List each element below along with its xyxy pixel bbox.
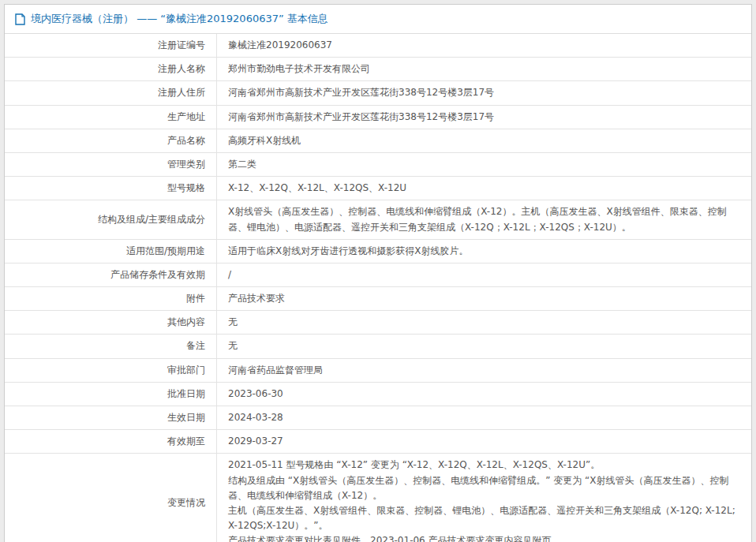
row-value: 2023-06-30	[217, 382, 752, 406]
row-value: 2024-03-28	[217, 406, 752, 430]
row-value: 高频牙科X射线机	[217, 129, 752, 152]
table-row: 管理类别第二类	[5, 152, 751, 176]
registration-info-panel: 境内医疗器械（注册） —— “豫械注准20192060637” 基本信息 注册证…	[4, 4, 752, 542]
row-label: 注册人住所	[5, 81, 217, 105]
table-row: 型号规格X-12、X-12Q、X-12L、X-12QS、X-12U	[5, 177, 751, 200]
row-value: 2029-03-27	[217, 430, 752, 454]
row-value: 郑州市勤劲电子技术开发有限公司	[217, 58, 752, 81]
row-label: 结构及组成/主要组成成分	[5, 200, 217, 239]
row-label: 型号规格	[5, 177, 217, 200]
table-row: 注册人名称郑州市勤劲电子技术开发有限公司	[5, 58, 751, 81]
row-label: 管理类别	[5, 152, 217, 176]
page: 境内医疗器械（注册） —— “豫械注准20192060637” 基本信息 注册证…	[0, 0, 756, 542]
table-row: 产品名称高频牙科X射线机	[5, 129, 751, 152]
table-row: 适用范围/预期用途适用于临床X射线对牙齿进行透视和摄影获得X射线胶片。	[5, 239, 751, 263]
document-icon	[15, 13, 25, 25]
row-value: /	[217, 263, 752, 286]
row-label: 审批部门	[5, 358, 217, 382]
row-value: X射线管头（高压发生器）、控制器、电缆线和伸缩臂组成（X-12）。主机（高压发生…	[217, 200, 752, 239]
row-value: 无	[217, 335, 752, 358]
row-value: 豫械注准20192060637	[217, 34, 752, 58]
table-row: 变更情况2021-05-11 型号规格由 “X-12” 变更为 “X-12、X-…	[5, 454, 751, 542]
panel-header: 境内医疗器械（注册） —— “豫械注准20192060637” 基本信息	[5, 5, 751, 34]
page-title: 境内医疗器械（注册） —— “豫械注准20192060637” 基本信息	[31, 12, 328, 26]
table-row: 注册人住所河南省郑州市高新技术产业开发区莲花街338号12号楼3层17号	[5, 81, 751, 105]
row-value: 产品技术要求	[217, 287, 752, 311]
row-label: 适用范围/预期用途	[5, 239, 217, 263]
row-label: 批准日期	[5, 382, 217, 406]
row-label: 注册证编号	[5, 34, 217, 58]
table-row: 批准日期2023-06-30	[5, 382, 751, 406]
info-table-body: 注册证编号豫械注准20192060637注册人名称郑州市勤劲电子技术开发有限公司…	[5, 34, 751, 542]
table-row: 附件产品技术要求	[5, 287, 751, 311]
table-row: 审批部门河南省药品监督管理局	[5, 358, 751, 382]
row-label: 变更情况	[5, 454, 217, 542]
table-row: 有效期至2029-03-27	[5, 430, 751, 454]
table-row: 其他内容无	[5, 311, 751, 335]
row-label: 备注	[5, 335, 217, 358]
table-row: 生效日期2024-03-28	[5, 406, 751, 430]
row-label: 产品储存条件及有效期	[5, 263, 217, 286]
row-label: 其他内容	[5, 311, 217, 335]
row-label: 附件	[5, 287, 217, 311]
table-row: 产品储存条件及有效期/	[5, 263, 751, 286]
row-value: 河南省药品监督管理局	[217, 358, 752, 382]
row-value: 第二类	[217, 152, 752, 176]
row-value: 河南省郑州市高新技术产业开发区莲花街338号12号楼3层17号	[217, 81, 752, 105]
info-table: 注册证编号豫械注准20192060637注册人名称郑州市勤劲电子技术开发有限公司…	[5, 34, 751, 542]
row-label: 有效期至	[5, 430, 217, 454]
row-value: 河南省郑州市高新技术产业开发区莲花街338号12号楼3层17号	[217, 105, 752, 129]
table-row: 注册证编号豫械注准20192060637	[5, 34, 751, 58]
row-label: 生产地址	[5, 105, 217, 129]
row-value: 无	[217, 311, 752, 335]
row-label: 注册人名称	[5, 58, 217, 81]
row-label: 生效日期	[5, 406, 217, 430]
table-row: 生产地址河南省郑州市高新技术产业开发区莲花街338号12号楼3层17号	[5, 105, 751, 129]
row-value: 适用于临床X射线对牙齿进行透视和摄影获得X射线胶片。	[217, 239, 752, 263]
table-row: 结构及组成/主要组成成分X射线管头（高压发生器）、控制器、电缆线和伸缩臂组成（X…	[5, 200, 751, 239]
table-row: 备注无	[5, 335, 751, 358]
row-value: 2021-05-11 型号规格由 “X-12” 变更为 “X-12、X-12Q、…	[217, 454, 752, 542]
row-label: 产品名称	[5, 129, 217, 152]
row-value: X-12、X-12Q、X-12L、X-12QS、X-12U	[217, 177, 752, 200]
